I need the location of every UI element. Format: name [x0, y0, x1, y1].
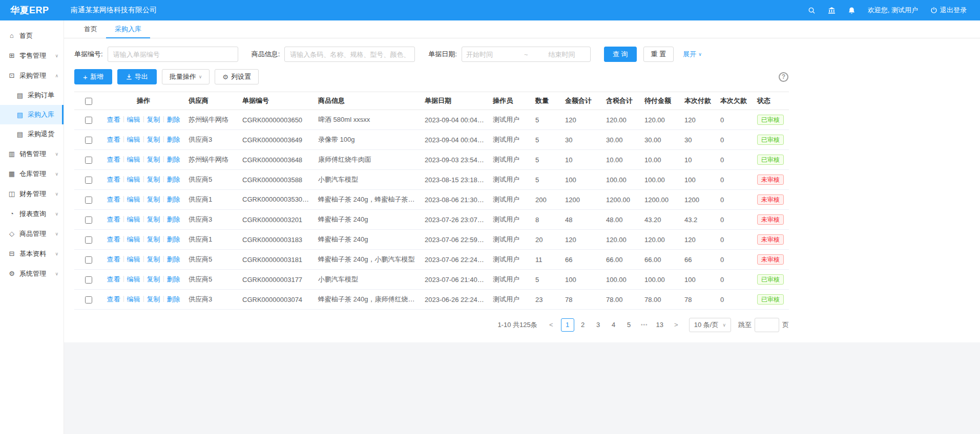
page-button-13[interactable]: 13 — [653, 318, 666, 332]
delete-link[interactable]: 删除 — [167, 275, 180, 283]
view-link[interactable]: 查看 — [107, 196, 120, 203]
copy-link[interactable]: 复制 — [147, 176, 160, 183]
date-start-input[interactable] — [466, 51, 515, 58]
delete-link[interactable]: 删除 — [167, 255, 180, 263]
delete-link[interactable]: 删除 — [167, 116, 180, 123]
row-checkbox[interactable] — [85, 117, 92, 124]
sidebar-item-purchase-return[interactable]: ▤采购退货 — [0, 124, 64, 144]
prev-page-button[interactable]: < — [545, 318, 558, 332]
delete-link[interactable]: 删除 — [167, 215, 180, 223]
edit-link[interactable]: 编辑 — [127, 275, 140, 283]
search-button[interactable]: 查 询 — [604, 47, 637, 62]
row-checkbox[interactable] — [85, 216, 92, 224]
search-icon[interactable] — [808, 7, 816, 14]
page-button-5[interactable]: 5 — [622, 318, 636, 332]
edit-link[interactable]: 编辑 — [127, 116, 140, 123]
view-link[interactable]: 查看 — [107, 136, 120, 143]
edit-link[interactable]: 编辑 — [127, 255, 140, 263]
delete-link[interactable]: 删除 — [167, 156, 180, 163]
status-badge: 未审核 — [757, 175, 784, 185]
row-checkbox[interactable] — [85, 177, 92, 184]
copy-link[interactable]: 复制 — [147, 235, 160, 243]
edit-link[interactable]: 编辑 — [127, 295, 140, 303]
amount-total-cell: 120 — [561, 110, 602, 130]
row-checkbox[interactable] — [85, 236, 92, 244]
table-header-row: 操作 供应商 单据编号 商品信息 单据日期 操作员 数量 金额合计 含税合计 待… — [74, 92, 789, 110]
reset-button[interactable]: 重 置 — [643, 47, 674, 62]
sidebar-item-basic[interactable]: ⊟基本资料∨ — [0, 244, 64, 264]
edit-link[interactable]: 编辑 — [127, 215, 140, 223]
view-link[interactable]: 查看 — [107, 215, 120, 223]
logout-button[interactable]: 退出登录 — [930, 6, 967, 15]
platform-icon[interactable] — [828, 7, 836, 14]
debt-cell: 0 — [716, 150, 753, 170]
row-checkbox[interactable] — [85, 276, 92, 284]
jump-page-input[interactable] — [755, 318, 779, 332]
copy-link[interactable]: 复制 — [147, 156, 160, 163]
view-link[interactable]: 查看 — [107, 295, 120, 303]
view-link[interactable]: 查看 — [107, 235, 120, 243]
copy-link[interactable]: 复制 — [147, 116, 160, 123]
date-end-input[interactable] — [537, 51, 586, 58]
sidebar-item-purchase-order[interactable]: ▤采购订单 — [0, 85, 64, 105]
sidebar-item-warehouse[interactable]: ▦仓库管理∨ — [0, 164, 64, 184]
delete-link[interactable]: 删除 — [167, 136, 180, 143]
tab-home[interactable]: 首页 — [75, 20, 106, 38]
export-button[interactable]: 导出 — [117, 69, 157, 84]
view-link[interactable]: 查看 — [107, 116, 120, 123]
page-button-3[interactable]: 3 — [592, 318, 605, 332]
next-page-button[interactable]: > — [670, 318, 683, 332]
help-icon[interactable]: ? — [779, 72, 788, 82]
view-link[interactable]: 查看 — [107, 275, 120, 283]
sidebar-item-retail[interactable]: ⊞零售管理∨ — [0, 46, 64, 66]
sidebar-item-purchase[interactable]: ⊡采购管理∧ — [0, 66, 64, 85]
product-input[interactable] — [284, 47, 415, 62]
row-checkbox[interactable] — [85, 137, 92, 144]
delete-link[interactable]: 删除 — [167, 235, 180, 243]
bill-no-cell: CGRK00000003588 — [238, 170, 314, 190]
row-checkbox[interactable] — [85, 256, 92, 264]
sidebar-item-goods[interactable]: ◇商品管理∨ — [0, 224, 64, 244]
page-size-select[interactable]: 10 条/页 ∨ — [689, 318, 731, 332]
bell-icon[interactable] — [848, 7, 856, 14]
sidebar-item-purchase-in[interactable]: ▤采购入库 — [0, 105, 64, 124]
edit-link[interactable]: 编辑 — [127, 235, 140, 243]
copy-link[interactable]: 复制 — [147, 215, 160, 223]
delete-link[interactable]: 删除 — [167, 196, 180, 203]
delete-link[interactable]: 删除 — [167, 176, 180, 183]
row-checkbox[interactable] — [85, 296, 92, 303]
row-checkbox[interactable] — [85, 157, 92, 164]
edit-link[interactable]: 编辑 — [127, 176, 140, 183]
bill-no-input[interactable] — [108, 47, 238, 62]
delete-link[interactable]: 删除 — [167, 295, 180, 303]
view-link[interactable]: 查看 — [107, 156, 120, 163]
sidebar-item-finance[interactable]: ◫财务管理∨ — [0, 184, 64, 204]
edit-link[interactable]: 编辑 — [127, 196, 140, 203]
date-range-picker[interactable]: ~ — [462, 47, 591, 62]
copy-link[interactable]: 复制 — [147, 196, 160, 203]
column-settings-button[interactable]: ⚙ 列设置 — [215, 69, 259, 84]
sidebar-item-sales[interactable]: ▥销售管理∨ — [0, 144, 64, 164]
expand-link[interactable]: 展开 ∨ — [683, 50, 702, 59]
tab-purchase-in[interactable]: 采购入库 — [106, 20, 150, 38]
copy-link[interactable]: 复制 — [147, 275, 160, 283]
sidebar-item-home[interactable]: ⌂首页 — [0, 26, 64, 46]
copy-link[interactable]: 复制 — [147, 255, 160, 263]
page-button-2[interactable]: 2 — [576, 318, 590, 332]
page-button-4[interactable]: 4 — [607, 318, 620, 332]
edit-link[interactable]: 编辑 — [127, 156, 140, 163]
divider — [163, 136, 164, 142]
product-cell: 蜂蜜柚子茶 240g — [314, 230, 421, 250]
edit-link[interactable]: 编辑 — [127, 136, 140, 143]
page-button-1[interactable]: 1 — [561, 318, 574, 332]
add-button[interactable]: + 新增 — [74, 69, 112, 84]
sidebar-item-system[interactable]: ⚙系统管理∨ — [0, 264, 64, 284]
select-all-checkbox[interactable] — [85, 98, 92, 105]
sidebar-item-report[interactable]: ◔报表查询∨ — [0, 204, 64, 224]
copy-link[interactable]: 复制 — [147, 295, 160, 303]
copy-link[interactable]: 复制 — [147, 136, 160, 143]
view-link[interactable]: 查看 — [107, 255, 120, 263]
view-link[interactable]: 查看 — [107, 176, 120, 183]
row-checkbox[interactable] — [85, 197, 92, 204]
batch-actions-button[interactable]: 批量操作 ∨ — [162, 69, 210, 84]
